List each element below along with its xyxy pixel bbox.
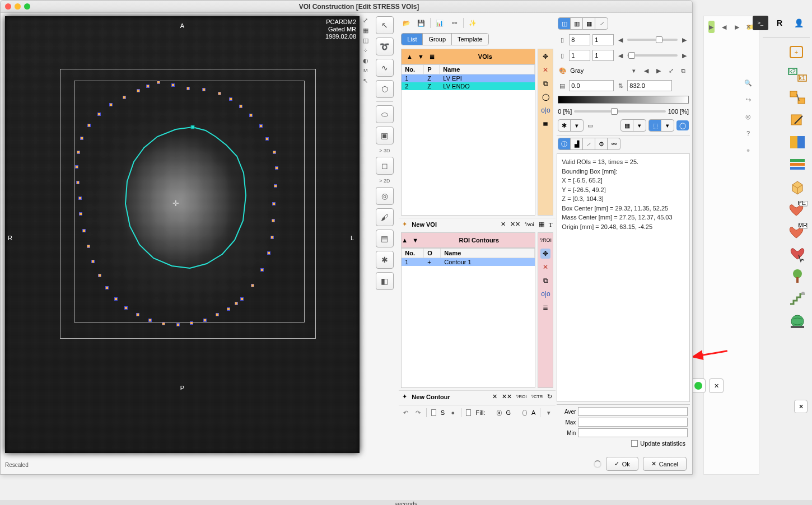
tab-list[interactable]: List <box>402 34 423 45</box>
min-input[interactable] <box>578 428 688 437</box>
contour-ctr-icon[interactable]: °⁄CTR <box>531 394 543 399</box>
tree-icon[interactable] <box>787 268 808 285</box>
voi-col-no[interactable]: No. <box>402 65 424 74</box>
terminal-icon[interactable]: >_ <box>753 16 768 30</box>
roi-move-icon[interactable]: ✥ <box>540 249 550 259</box>
colormap-next-icon[interactable]: ▶ <box>654 66 663 76</box>
bg-next-icon[interactable]: ▶ <box>734 21 740 33</box>
background-confirm-button[interactable] <box>691 378 706 393</box>
roi-sort-up-icon[interactable]: ▲ <box>402 237 408 244</box>
next-slice-icon[interactable]: ▶ <box>680 35 689 45</box>
roi-copy-icon[interactable]: ⧉ <box>540 275 550 286</box>
dot-grid-icon[interactable]: ⁘ <box>362 46 370 54</box>
prev-slice-icon[interactable]: ◀ <box>616 35 625 45</box>
view-layout-toggle[interactable]: ◫ ▥ ▦ ⟋ <box>558 17 608 30</box>
voi-sort-up-icon[interactable]: ▲ <box>405 52 414 61</box>
options-icon[interactable]: ▾ <box>545 408 552 418</box>
scan-viewport[interactable]: A P R L PCARDM2 Gated MR 1989.02.08 <box>5 16 360 453</box>
expand-icon[interactable]: ⤢ <box>362 16 370 24</box>
voi-stack-icon[interactable]: ≣ <box>540 119 550 129</box>
heart-pet-icon[interactable]: PET <box>787 201 808 218</box>
profile-tab-icon[interactable]: ⟋ <box>583 138 595 149</box>
stairs-icon[interactable] <box>787 291 808 307</box>
minimize-window-icon[interactable] <box>15 3 21 10</box>
new-voi-label[interactable]: New VOI <box>412 221 437 228</box>
fill-a-radio[interactable] <box>522 410 528 416</box>
new-voi-close-icon[interactable]: ✕ <box>501 221 506 228</box>
menu-icon[interactable] <box>810 16 812 24</box>
update-stats-checkbox[interactable] <box>631 440 638 447</box>
voi-col-name[interactable]: Name <box>440 65 535 74</box>
m-icon[interactable]: M <box>362 67 370 74</box>
voi-move-icon[interactable]: ✥ <box>540 52 550 62</box>
globe-icon[interactable] <box>787 313 808 330</box>
colormap-gradient[interactable] <box>558 96 689 104</box>
heart-click-icon[interactable] <box>787 246 808 263</box>
bg-search-icon[interactable]: 🔍 <box>742 77 754 89</box>
contour-refresh-icon[interactable]: ↻ <box>547 393 552 400</box>
slice-slider-2[interactable] <box>627 54 678 57</box>
roi-col-no[interactable]: No. <box>402 249 424 258</box>
render-rect-icon[interactable]: ▭ <box>586 120 595 130</box>
roi-sort-down-icon[interactable]: ▼ <box>412 237 418 244</box>
redo-icon[interactable]: ↷ <box>414 408 422 418</box>
person-gear-icon[interactable]: 👤 <box>791 16 806 30</box>
voi-filter-icon[interactable]: ≣ <box>427 52 436 61</box>
fill-g-radio[interactable] <box>497 410 502 416</box>
ellipse-tool[interactable]: ⬭ <box>376 105 394 123</box>
contour-roi-icon[interactable]: °⁄ROI <box>516 394 527 399</box>
slice-b-input[interactable] <box>592 34 614 45</box>
colormap-expand-icon[interactable]: ⤢ <box>666 66 675 76</box>
link-boxes-icon[interactable] <box>787 89 808 106</box>
pct-slider[interactable] <box>574 110 665 113</box>
cube-tool[interactable]: ▣ <box>376 127 394 144</box>
db-plus-icon[interactable]: + <box>787 44 808 61</box>
slice-slider-1[interactable] <box>627 39 678 41</box>
vsplit-icon[interactable]: ◫ <box>362 36 370 44</box>
select-tool[interactable]: ◻ <box>376 157 394 175</box>
render-circle-icon[interactable]: ◯ <box>676 120 689 130</box>
eye-icon[interactable]: ● <box>449 408 456 418</box>
roi-mirror-icon[interactable]: o|o <box>540 289 550 299</box>
new-contour-label[interactable]: New Contour <box>412 394 450 400</box>
tab-template[interactable]: Template <box>452 34 488 45</box>
open-icon[interactable]: 📂 <box>401 17 412 29</box>
colormap-dropdown-icon[interactable]: ▾ <box>629 66 638 76</box>
cube-3d-icon[interactable] <box>787 179 808 195</box>
level-swap-icon[interactable]: ⇅ <box>616 81 625 91</box>
gear-tab-icon[interactable]: ⚙ <box>595 138 608 149</box>
colormap-prev-icon[interactable]: ◀ <box>642 66 651 76</box>
stack-bars-icon[interactable] <box>787 156 808 173</box>
roi-row-1[interactable]: 1 + Contour 1 <box>402 258 535 266</box>
voi-delete-icon[interactable]: ✕ <box>540 65 550 75</box>
save-icon[interactable]: 💾 <box>416 17 427 29</box>
voi-child-icon[interactable]: °⁄voi <box>525 222 534 227</box>
prev-coord-icon[interactable]: ◀ <box>616 50 625 60</box>
cursor-tool[interactable]: ↖ <box>376 16 394 34</box>
layout-3-icon[interactable]: ▦ <box>583 18 595 29</box>
roi-child-icon[interactable]: °⁄ROI <box>540 235 550 245</box>
layers-tool[interactable]: ▤ <box>376 230 394 247</box>
voi-col-p[interactable]: P <box>424 65 440 74</box>
colormap-name[interactable]: Gray <box>570 67 626 74</box>
render-drop2-icon[interactable]: ▾ <box>633 120 646 131</box>
cancel-button[interactable]: ✕Cancel <box>643 457 687 471</box>
render-opt-1-icon[interactable]: ✱ <box>558 120 571 131</box>
brush-tool[interactable]: 🖌 <box>376 208 394 226</box>
contour-close-icon[interactable]: ✕ <box>492 393 497 400</box>
voi-row-1[interactable]: 1 Z LV EPI <box>402 74 535 82</box>
bg-help-icon[interactable]: ? <box>742 127 754 139</box>
layout-1-icon[interactable]: ◫ <box>558 18 571 29</box>
coord-b-input[interactable] <box>592 50 614 61</box>
endo-contour[interactable] <box>123 123 253 271</box>
freehand-tool[interactable]: ∿ <box>376 59 394 77</box>
hist-tab-icon[interactable]: ▟ <box>571 138 583 149</box>
target-tool[interactable]: ◎ <box>376 187 394 205</box>
split-view-tool[interactable]: ◧ <box>376 272 394 290</box>
layout-chart-icon[interactable]: ⟋ <box>595 18 608 29</box>
contour-clear-icon[interactable]: ✕✕ <box>502 393 512 400</box>
voi-grid-icon[interactable]: ▦ <box>539 221 544 228</box>
background-cancel-button[interactable]: ✕ <box>709 378 724 393</box>
aver-input[interactable] <box>578 407 688 416</box>
next-coord-icon[interactable]: ▶ <box>680 50 689 60</box>
